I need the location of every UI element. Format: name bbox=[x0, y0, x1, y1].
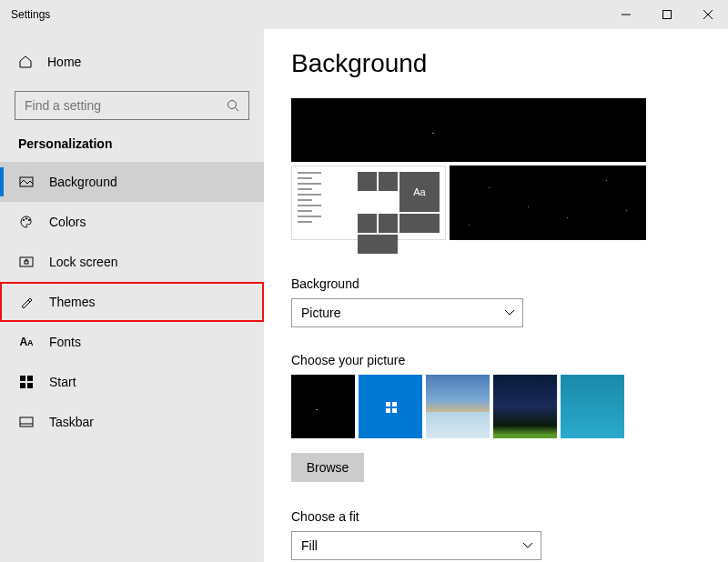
sidebar-item-label: Background bbox=[49, 175, 117, 189]
svg-point-7 bbox=[23, 219, 24, 220]
search-input[interactable] bbox=[15, 91, 249, 120]
search-icon bbox=[217, 99, 248, 112]
minimize-button[interactable] bbox=[605, 0, 646, 29]
lock-screen-icon bbox=[18, 254, 35, 270]
search-field[interactable] bbox=[15, 98, 217, 113]
category-header: Personalization bbox=[0, 136, 264, 162]
preview-tile-aa: Aa bbox=[399, 172, 440, 212]
sidebar-item-taskbar[interactable]: Taskbar bbox=[0, 402, 264, 442]
svg-point-4 bbox=[228, 101, 237, 109]
sidebar-item-label: Lock screen bbox=[49, 255, 117, 269]
picture-thumb-3[interactable] bbox=[426, 375, 490, 438]
fit-dropdown[interactable]: Fill bbox=[291, 531, 541, 560]
start-icon bbox=[18, 374, 35, 390]
svg-rect-14 bbox=[27, 376, 33, 381]
sidebar-item-label: Fonts bbox=[49, 335, 81, 349]
choose-fit-label: Choose a fit bbox=[291, 509, 701, 524]
sidebar-item-fonts[interactable]: AA Fonts bbox=[0, 322, 264, 362]
sidebar-item-colors[interactable]: Colors bbox=[0, 202, 264, 242]
svg-rect-13 bbox=[20, 376, 25, 381]
home-label: Home bbox=[47, 55, 81, 69]
palette-icon bbox=[18, 214, 35, 230]
picture-thumb-2[interactable] bbox=[359, 375, 422, 438]
choose-picture-label: Choose your picture bbox=[291, 353, 701, 367]
sidebar: Home Personalization Background bbox=[0, 29, 264, 562]
svg-rect-16 bbox=[27, 383, 33, 388]
page-title: Background bbox=[291, 49, 701, 78]
svg-line-5 bbox=[236, 108, 239, 112]
sidebar-item-start[interactable]: Start bbox=[0, 362, 264, 402]
svg-rect-15 bbox=[20, 383, 25, 388]
home-button[interactable]: Home bbox=[0, 45, 264, 78]
taskbar-icon bbox=[18, 414, 35, 430]
svg-point-9 bbox=[28, 219, 29, 220]
sidebar-item-label: Start bbox=[49, 375, 76, 389]
sidebar-item-label: Themes bbox=[49, 295, 96, 309]
close-button[interactable] bbox=[687, 0, 728, 29]
picture-thumb-5[interactable] bbox=[561, 375, 624, 438]
nav-list: Background Colors Lock screen Themes AA … bbox=[0, 162, 264, 442]
maximize-button[interactable] bbox=[646, 0, 687, 29]
picture-thumbnails bbox=[291, 375, 701, 438]
svg-point-8 bbox=[25, 218, 26, 219]
background-dropdown[interactable]: Picture bbox=[291, 298, 523, 327]
browse-button[interactable]: Browse bbox=[291, 453, 364, 482]
home-icon bbox=[18, 55, 35, 69]
themes-icon bbox=[18, 294, 35, 310]
sidebar-item-themes[interactable]: Themes bbox=[0, 282, 264, 322]
picture-icon bbox=[18, 174, 35, 190]
sidebar-item-lockscreen[interactable]: Lock screen bbox=[0, 242, 264, 282]
window-title: Settings bbox=[0, 8, 50, 21]
chevron-down-icon bbox=[522, 542, 533, 549]
picture-thumb-4[interactable] bbox=[493, 375, 557, 438]
sidebar-item-background[interactable]: Background bbox=[0, 162, 264, 202]
fit-value: Fill bbox=[301, 538, 318, 553]
sidebar-item-label: Taskbar bbox=[49, 415, 94, 429]
svg-rect-17 bbox=[20, 417, 33, 427]
picture-thumb-1[interactable] bbox=[291, 375, 355, 438]
main-content: Background Aa bbox=[264, 29, 728, 562]
chevron-down-icon bbox=[504, 309, 515, 316]
svg-rect-1 bbox=[662, 11, 671, 19]
svg-line-12 bbox=[22, 306, 24, 308]
sidebar-item-label: Colors bbox=[49, 215, 86, 229]
title-bar: Settings bbox=[0, 0, 728, 29]
background-label: Background bbox=[291, 276, 701, 291]
desktop-preview: Aa bbox=[291, 98, 701, 240]
fonts-icon: AA bbox=[18, 334, 35, 350]
svg-rect-11 bbox=[25, 261, 28, 264]
background-value: Picture bbox=[301, 306, 341, 320]
